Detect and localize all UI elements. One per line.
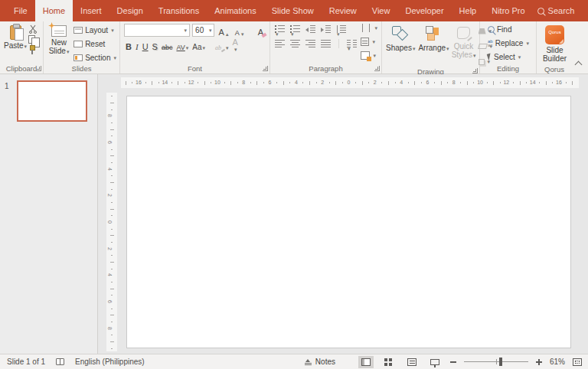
find-button[interactable]: Find [486, 24, 534, 35]
section-icon [74, 54, 83, 61]
line-spacing-button[interactable] [336, 25, 346, 33]
font-name-combobox[interactable]: ▾ [124, 24, 190, 37]
underline-button[interactable]: U [141, 39, 150, 51]
slide-builder-button[interactable]: Qorus Slide Builder [539, 24, 570, 64]
titlebar-right: Search Share [533, 0, 588, 21]
replace-button[interactable]: abac Replace [486, 38, 534, 49]
align-left-button[interactable] [275, 40, 285, 47]
highlight-color-button[interactable]: ab [214, 39, 230, 51]
font-size-value: 60 [195, 26, 204, 34]
clear-formatting-button[interactable]: A [256, 24, 268, 37]
clipboard-dialog-launcher[interactable] [36, 66, 41, 71]
layout-button[interactable]: Layout [72, 24, 118, 36]
slide-canvas[interactable] [126, 96, 571, 348]
qorus-group-label: Qorus [544, 65, 564, 73]
tab-help[interactable]: Help [452, 0, 485, 21]
zoom-slider-thumb[interactable] [499, 358, 502, 366]
quick-styles-button[interactable]: Quick Styles [451, 24, 477, 67]
decrease-font-size-button[interactable]: A▼ [234, 24, 247, 37]
font-size-combobox[interactable]: 60 ▾ [192, 24, 214, 37]
zoom-slider[interactable] [464, 361, 528, 362]
h-ruler-number: 2 [321, 80, 324, 85]
h-ruler-number: 8 [242, 80, 245, 85]
fit-slide-to-window-button[interactable] [573, 358, 582, 366]
tab-view[interactable]: View [364, 0, 398, 21]
numbering-button[interactable] [290, 25, 300, 33]
convert-to-smartart-button[interactable] [359, 50, 379, 61]
slide-show-button[interactable] [427, 356, 443, 368]
h-ruler-number: 2 [374, 80, 377, 85]
align-center-button[interactable] [290, 40, 300, 47]
text-shadow-button[interactable]: S [151, 39, 159, 51]
tab-insert[interactable]: Insert [73, 0, 109, 21]
character-spacing-button[interactable]: AV [175, 39, 190, 51]
drawing-dialog-launcher[interactable] [472, 68, 478, 73]
decrease-indent-button[interactable] [305, 25, 315, 33]
increase-indent-button[interactable] [321, 25, 331, 33]
bold-button[interactable]: B [124, 39, 133, 51]
slide-show-icon [430, 359, 439, 365]
notes-button[interactable]: Notes [303, 356, 337, 367]
tab-design[interactable]: Design [109, 0, 151, 21]
font-dialog-launcher[interactable] [263, 66, 268, 71]
select-button[interactable]: Select [486, 51, 534, 63]
slide-sorter-view-button[interactable] [381, 356, 397, 368]
strikethrough-button[interactable]: abc [160, 39, 175, 51]
zoom-level[interactable]: 61% [550, 358, 565, 366]
tab-file[interactable]: File [6, 0, 35, 21]
section-button[interactable]: Section [72, 52, 118, 64]
tab-nitro-pro[interactable]: Nitro Pro [484, 0, 532, 21]
arrange-button[interactable]: Arrange [416, 24, 450, 67]
slides-group-label: Slides [72, 64, 92, 73]
copy-icon[interactable] [28, 35, 35, 44]
vertical-ruler[interactable]: 864202468 [106, 93, 117, 351]
columns-button[interactable] [347, 40, 357, 47]
v-ruler-number: 0 [107, 220, 113, 224]
paragraph-group-label: Paragraph [309, 64, 342, 73]
cut-icon[interactable] [28, 24, 38, 34]
collapse-ribbon-icon[interactable] [575, 61, 583, 69]
v-ruler-number: 8 [107, 114, 113, 117]
tab-animations[interactable]: Animations [207, 0, 263, 21]
tab-slide-show[interactable]: Slide Show [264, 0, 322, 21]
spell-check-icon[interactable] [56, 358, 64, 365]
editing-group: Find abac Replace Select Editing [480, 21, 537, 73]
paragraph-dialog-launcher[interactable] [374, 66, 380, 71]
slide-thumbnail[interactable] [17, 80, 87, 122]
text-direction-button[interactable] [359, 22, 379, 34]
bullets-button[interactable] [275, 25, 285, 33]
reset-icon [74, 41, 83, 47]
slide-sorter-icon [384, 358, 393, 366]
zoom-in-button[interactable] [536, 361, 542, 363]
shapes-button[interactable]: Shapes [384, 24, 416, 67]
reset-button[interactable]: Reset [72, 38, 118, 50]
italic-button[interactable]: I [134, 39, 140, 51]
normal-view-button[interactable] [358, 356, 374, 368]
tab-review[interactable]: Review [322, 0, 364, 21]
slides-group: New Slide Layout Reset Section [44, 21, 120, 73]
change-case-button[interactable]: Aa [191, 39, 207, 51]
reading-view-button[interactable] [404, 356, 420, 368]
new-slide-button[interactable]: New Slide [46, 24, 72, 64]
h-ruler-number: 14 [530, 80, 536, 85]
align-text-button[interactable] [359, 36, 379, 47]
horizontal-ruler[interactable]: 1614121086420246810121416 [121, 77, 579, 88]
tab-developer[interactable]: Developer [397, 0, 451, 21]
h-ruler-number: 12 [188, 80, 194, 85]
font-color-button[interactable]: A [231, 39, 240, 51]
tab-home[interactable]: Home [35, 0, 73, 21]
align-right-button[interactable] [305, 40, 315, 47]
v-ruler-number: 6 [107, 300, 113, 303]
search-button[interactable]: Search [533, 6, 580, 15]
justify-button[interactable] [321, 40, 331, 47]
editor-area: 1614121086420246810121416 864202468 [98, 74, 588, 354]
zoom-out-button[interactable] [450, 361, 456, 363]
paste-button[interactable]: Paste [2, 24, 28, 63]
find-icon [488, 26, 495, 33]
format-painter-icon[interactable] [28, 45, 35, 54]
search-label: Search [548, 6, 575, 15]
language-indicator[interactable]: English (Philippines) [75, 358, 145, 366]
increase-font-size-button[interactable]: A▲ [217, 24, 230, 37]
tab-transitions[interactable]: Transitions [151, 0, 207, 21]
paragraph-group: Paragraph [270, 21, 382, 73]
